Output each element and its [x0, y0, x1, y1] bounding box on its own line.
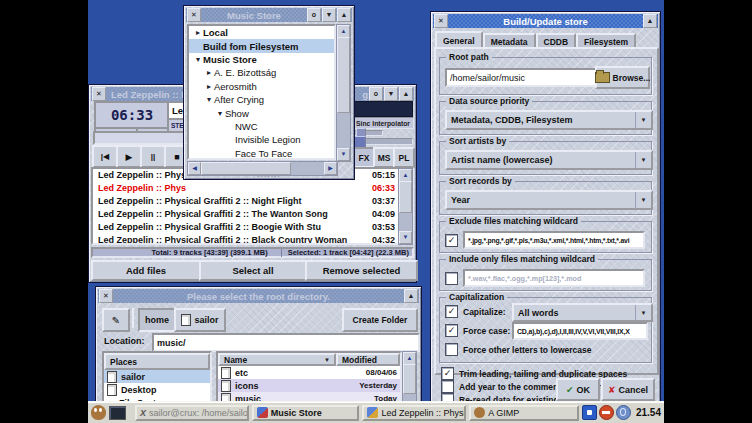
playlist-row[interactable]: Led Zeppelin :: Physical Graffiti 2 :: T… — [93, 208, 412, 221]
crumb-home-button[interactable]: home — [138, 308, 176, 332]
task-player[interactable]: Led Zeppelin :: Physical Graf — [362, 405, 466, 421]
exclude-checkbox[interactable]: ✓ — [445, 234, 458, 247]
place-desktop[interactable]: Desktop — [104, 383, 210, 396]
location-input[interactable]: music/ — [152, 333, 420, 352]
task-terminal[interactable]: X sailor@crux: /home/sailor — [135, 405, 249, 421]
place-sailor[interactable]: sailor — [104, 370, 210, 383]
file-dialog-titlebar[interactable]: ✕ Please select the root directory. ▲ — [98, 289, 419, 303]
exclude-input[interactable]: *.jpg,*.png,*.gif,*.pls,*.m3u,*.xml,*.ht… — [463, 231, 645, 249]
close-icon[interactable]: ✕ — [187, 8, 201, 22]
type-filename-button[interactable]: ✎ — [102, 308, 130, 332]
tree-item-artist[interactable]: ▾ After Crying — [189, 93, 334, 106]
add-files-button[interactable]: Add files — [91, 260, 201, 281]
fx-button[interactable]: FX — [353, 147, 375, 168]
shade-icon[interactable]: ▲ — [404, 289, 418, 303]
menu-icon[interactable]: o — [307, 8, 321, 22]
capitalize-checkbox[interactable]: ✓ — [445, 305, 458, 318]
force-case-input[interactable]: CD,a),b),c),d),I,II,III,IV,V,VI,VII,VIII… — [512, 322, 648, 340]
data-source-combo[interactable]: Metadata, CDDB, Filesystem ▼ — [445, 110, 653, 130]
expander-closed-icon[interactable]: ▸ — [204, 82, 214, 91]
select-all-button[interactable]: Select all — [199, 260, 307, 281]
include-input[interactable]: *.wav,*.flac,*.ogg,*.mp[123],*.mod — [463, 269, 645, 287]
tray-icon-red[interactable] — [599, 405, 614, 420]
root-path-input[interactable]: /home/sailor/music — [445, 68, 597, 87]
create-folder-button[interactable]: Create Folder — [342, 308, 418, 332]
expander-open-icon[interactable]: ▾ — [193, 55, 203, 64]
tree-item-artist[interactable]: ▸ A. E. Bizottság — [189, 66, 334, 79]
shade-icon[interactable]: ▲ — [643, 14, 657, 28]
tree-item-track[interactable]: Face To Face — [189, 147, 334, 160]
capitalization-group-label: Capitalization — [446, 292, 507, 303]
clock[interactable]: 21.54 — [636, 407, 661, 418]
previous-button[interactable]: |◀ — [92, 145, 118, 168]
crumb-sailor-button[interactable]: sailor — [174, 308, 226, 332]
force-case-checkbox[interactable]: ✓ — [445, 324, 458, 337]
tray-icon-blue[interactable] — [582, 405, 597, 420]
task-gimp[interactable]: A GIMP — [469, 405, 579, 421]
trim-spaces-checkbox[interactable]: ✓ — [441, 367, 454, 380]
playlist-row[interactable]: Led Zeppelin :: Physical Graffiti 2 :: B… — [93, 233, 412, 245]
expander-open-icon[interactable]: ▾ — [215, 109, 225, 118]
places-header[interactable]: Places — [104, 353, 210, 370]
sort-artists-combo[interactable]: Artist name (lowercase) ▼ — [445, 150, 653, 170]
tray-icon-globe[interactable] — [616, 405, 631, 420]
track-time: 03:37 — [359, 196, 395, 206]
build-dialog-titlebar[interactable]: ✕ Build/Update store ▲ — [433, 14, 658, 28]
playlist-row[interactable]: Led Zeppelin :: Physical Graffiti 2 :: N… — [93, 195, 412, 208]
scrollbar-thumb[interactable] — [337, 37, 350, 113]
tree-item-local[interactable]: ▸ Local — [189, 26, 334, 39]
close-icon[interactable]: ✕ — [92, 87, 106, 101]
include-checkbox[interactable] — [445, 272, 458, 285]
playlist-scrollbar[interactable]: ▲ ▼ — [398, 168, 413, 245]
close-icon[interactable]: ✕ — [99, 289, 113, 303]
browse-button[interactable]: Browse... — [595, 66, 650, 89]
modified-column-header[interactable]: Modified — [336, 353, 400, 366]
expander-closed-icon[interactable]: ▸ — [193, 28, 203, 37]
play-button[interactable]: ▶ — [116, 145, 142, 168]
task-music-store[interactable]: Music Store — [252, 405, 360, 421]
expander-open-icon[interactable]: ▾ — [204, 95, 214, 104]
tree-item-track[interactable]: NWC — [189, 120, 334, 133]
ms-button[interactable]: MS — [373, 147, 395, 168]
roll-down-icon[interactable]: ▼ — [322, 8, 336, 22]
add-year-checkbox[interactable] — [441, 380, 454, 393]
cancel-button[interactable]: ✘ Cancel — [601, 378, 655, 401]
scrollbar-thumb[interactable] — [403, 364, 416, 394]
fx-label: FX — [359, 153, 370, 163]
tree-item-build-from-filesystem[interactable]: Build fom Filesystem — [189, 39, 334, 52]
playlist-row[interactable]: Led Zeppelin :: Physical Graffiti 2 :: B… — [93, 221, 412, 234]
shade-icon[interactable]: ▲ — [399, 87, 413, 101]
remove-selected-label: Remove selected — [323, 265, 401, 276]
capitalize-combo[interactable]: All words ▼ — [512, 303, 653, 322]
name-column-header[interactable]: Name ▼ — [218, 353, 336, 366]
file-row-icons[interactable]: icons Yesterday — [218, 379, 400, 392]
music-store-titlebar[interactable]: ✕ Music Store o ▼ ▲ — [186, 8, 352, 22]
resize-grip[interactable]: ······· — [184, 174, 354, 179]
sort-records-group-label: Sort records by — [446, 176, 515, 187]
sort-records-combo[interactable]: Year ▼ — [445, 190, 653, 210]
playlist-row-current[interactable]: Led Zeppelin :: Phys 06:33 — [93, 182, 412, 195]
scroll-down-icon[interactable]: ▼ — [337, 148, 350, 161]
terminal-launcher-icon[interactable] — [109, 406, 126, 420]
expander-closed-icon[interactable]: ▸ — [204, 68, 214, 77]
ok-button[interactable]: ✔ OK — [556, 378, 600, 401]
pause-button[interactable]: || — [140, 145, 166, 168]
tree-item-track[interactable]: Invisible Legion — [189, 133, 334, 146]
tree-vscrollbar[interactable]: ▲ ▼ — [336, 24, 351, 162]
menu-icon[interactable]: o — [369, 87, 383, 101]
gimp-launcher-icon[interactable] — [91, 405, 106, 420]
file-row-etc[interactable]: etc 08/04/06 — [218, 366, 400, 379]
pl-button[interactable]: PL — [393, 147, 415, 168]
tab-bar: General Metadata CDDB Filesystem — [435, 31, 636, 47]
tree-item-music-store[interactable]: ▾ Music Store — [189, 53, 334, 66]
tree-item-record[interactable]: ▾ Show — [189, 106, 334, 119]
scroll-down-icon[interactable]: ▼ — [399, 231, 412, 244]
remove-selected-button[interactable]: Remove selected — [305, 260, 418, 281]
shade-icon[interactable]: ▲ — [337, 8, 351, 22]
roll-down-icon[interactable]: ▼ — [384, 87, 398, 101]
status-selected: Selected: 1 track [04:42] (22.3 MB) — [288, 248, 409, 257]
close-icon[interactable]: ✕ — [434, 14, 448, 28]
tree-item-artist[interactable]: ▸ Aerosmith — [189, 80, 334, 93]
scrollbar-thumb[interactable] — [399, 181, 412, 213]
force-lowercase-checkbox[interactable] — [445, 343, 458, 356]
